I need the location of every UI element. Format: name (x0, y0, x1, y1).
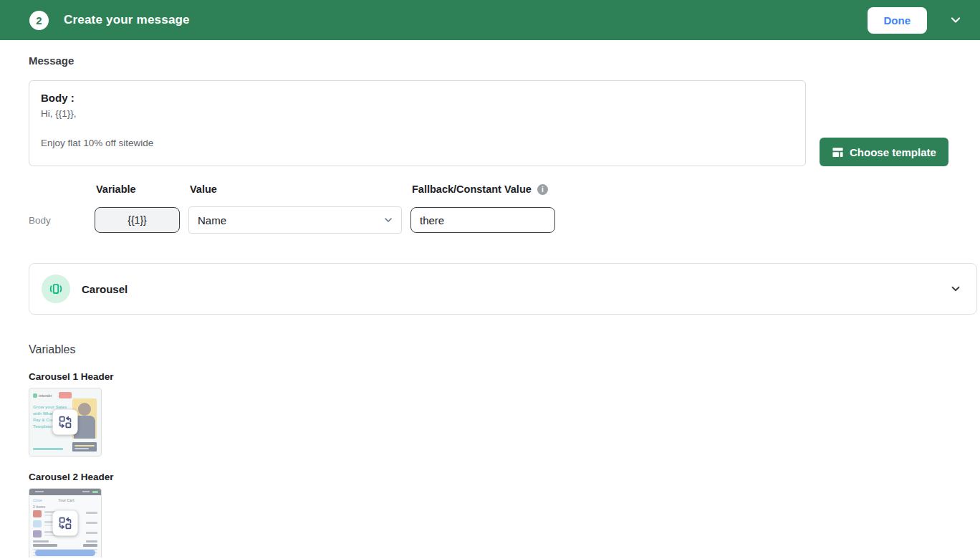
collapse-chevron-icon[interactable] (948, 13, 963, 27)
carousel-1-header-label: Carousel 1 Header (29, 371, 980, 382)
select-chevron-icon (383, 214, 394, 226)
choose-template-label: Choose template (850, 146, 936, 158)
banner-badge (59, 392, 72, 398)
column-header-variable: Variable (95, 183, 180, 195)
banner-name-box (72, 442, 97, 452)
step-number-badge: 2 (29, 11, 49, 30)
body-line-2: Enjoy flat 10% off sitewide (41, 138, 794, 148)
banner-date-line (33, 448, 63, 450)
cart-cta-button (35, 550, 95, 556)
template-icon (832, 146, 844, 158)
swap-image-icon (58, 516, 73, 531)
fallback-value-input[interactable] (410, 207, 555, 233)
carousel-section-toggle[interactable]: Carousel (29, 263, 977, 315)
info-icon[interactable]: i (537, 184, 548, 195)
choose-template-button[interactable]: Choose template (820, 138, 948, 166)
value-select-selected: Name (198, 214, 226, 226)
step-number: 2 (36, 14, 42, 27)
carousel-icon (48, 281, 64, 297)
value-select[interactable]: Name (188, 206, 402, 234)
body-title: Body : (41, 92, 794, 104)
body-line-1: Hi, {{1}}, (41, 108, 794, 119)
replace-image-button[interactable] (53, 511, 78, 536)
variable-name-input[interactable] (95, 207, 180, 233)
carousel-icon-circle (42, 274, 70, 303)
carousel-2-header-label: Carousel 2 Header (29, 472, 980, 482)
page-title: Create your message (64, 13, 190, 27)
variables-title: Variables (29, 343, 980, 356)
swap-image-icon (58, 415, 73, 430)
brand-logo: interakt (33, 393, 52, 398)
carousel-chevron-icon[interactable] (949, 282, 962, 295)
step-header: 2 Create your message Done (0, 0, 980, 40)
phone-status-bar (29, 489, 101, 495)
done-button[interactable]: Done (868, 7, 928, 34)
replace-image-button[interactable] (53, 410, 78, 435)
column-header-fallback: Fallback/Constant Value (412, 183, 532, 195)
carousel-2-header-thumbnail[interactable]: Close Your Cart 2 items (29, 488, 102, 558)
row-section-label: Body (29, 215, 86, 226)
variable-row-body: Body Name (29, 206, 980, 234)
carousel-1-header-thumbnail[interactable]: interakt Grow your Sales with WhatsAp Pa… (29, 388, 102, 457)
carousel-label: Carousel (82, 283, 128, 295)
column-header-value: Value (188, 183, 402, 195)
message-body-preview: Body : Hi, {{1}}, Enjoy flat 10% off sit… (29, 80, 806, 166)
message-section-label: Message (29, 54, 980, 67)
